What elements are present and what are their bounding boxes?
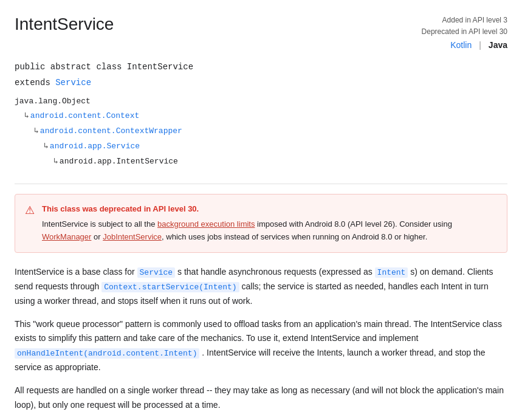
description-para1: IntentService is a base class for Servic… [15,265,507,309]
dep-text4: , which uses jobs instead of services wh… [162,232,427,241]
para2-text1: This "work queue processor" pattern is c… [15,319,502,343]
description-section: IntentService is a base class for Servic… [15,265,507,413]
api-info: Added in API level 3 Deprecated in API l… [422,15,507,38]
description-para3: All requests are handled on a single wor… [15,384,507,413]
deprecation-body: IntentService is subject to all the back… [42,218,497,244]
description-para2: This "work queue processor" pattern is c… [15,317,507,375]
api-added-text: Added in API level 3 [422,15,507,26]
page-title: IntentService [15,15,114,34]
warning-icon: ⚠ [25,204,35,217]
workmanager-link[interactable]: WorkManager [42,232,91,241]
context-wrapper-link[interactable]: android.content.ContextWrapper [40,126,182,136]
section-divider [15,184,507,184]
class-signature-line2: extends Service [15,75,507,91]
tree-level1: ↳android.content.Context [15,109,507,124]
job-intent-service-link[interactable]: JobIntentService [103,232,162,241]
api-deprecated-text: Deprecated in API level 30 [422,26,507,38]
para1-text1: IntentService is a base class for [15,267,137,277]
dep-text3: or [91,232,103,241]
dep-text2: imposed with Android 8.0 (API level 26).… [255,219,452,229]
page-header: IntentService Added in API level 3 Depre… [15,15,507,38]
class-signature-line1: public abstract class IntentService [15,60,507,75]
tree-level2: ↳android.content.ContextWrapper [15,124,507,139]
tree-root: java.lang.Object [15,94,507,109]
tree-level3: ↳android.app.Service [15,139,507,154]
para1-text2: s that handle asynchronous requests (exp… [175,267,374,277]
deprecation-content: This class was deprecated in API level 3… [42,203,497,243]
java-tab[interactable]: Java [489,40,507,50]
dep-text1: IntentService is subject to all the [42,219,157,229]
class-signature: public abstract class IntentService exte… [15,60,507,90]
lang-divider: | [479,40,481,50]
intent-service-node: android.app.IntentService [60,157,178,166]
background-limits-link[interactable]: background execution limits [157,219,255,229]
inheritance-tree: java.lang.Object ↳android.content.Contex… [15,94,507,169]
intent-code-ref: Intent [375,267,408,278]
deprecation-box: ⚠ This class was deprecated in API level… [15,194,507,252]
kotlin-tab[interactable]: Kotlin [450,40,472,50]
app-service-link[interactable]: android.app.Service [50,142,140,151]
start-service-code-ref: Context.startService(Intent) [101,282,239,292]
tree-level4: ↳android.app.IntentService [15,154,507,170]
context-link[interactable]: android.content.Context [30,111,139,120]
deprecation-title: This class was deprecated in API level 3… [42,203,497,216]
service-code-ref: Service [137,267,176,278]
extends-keyword: extends [15,78,55,88]
service-link[interactable]: Service [55,78,91,88]
on-handle-intent-ref: onHandleIntent(android.content.Intent) [15,348,199,359]
lang-switcher: Kotlin | Java [15,40,507,50]
